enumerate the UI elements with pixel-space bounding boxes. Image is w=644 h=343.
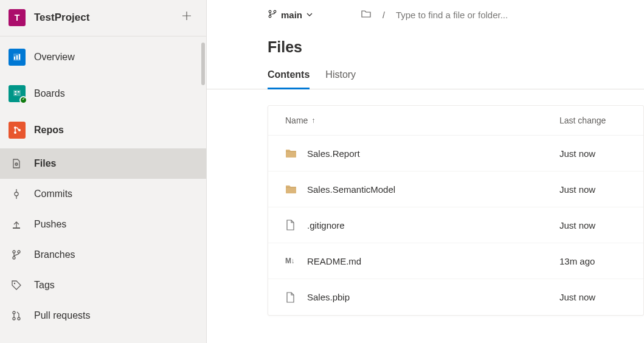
nav-repos[interactable]: Repos — [0, 112, 206, 148]
chevron-down-icon — [306, 10, 313, 20]
file-row[interactable]: Sales.SemanticModelJust now — [268, 172, 643, 207]
svg-point-21 — [13, 311, 15, 314]
tags-icon — [10, 279, 23, 292]
sub-label: Pushes — [34, 219, 66, 230]
pushes-icon — [10, 218, 23, 231]
file-row[interactable]: M↓README.md13m ago — [268, 243, 643, 279]
file-name: Sales.pbip — [307, 292, 559, 302]
svg-point-12 — [16, 164, 17, 165]
sort-asc-icon: ↑ — [311, 116, 315, 125]
file-row[interactable]: Sales.pbipJust now — [268, 279, 643, 315]
sub-branches[interactable]: Branches — [0, 240, 206, 270]
project-header: T TestProject — [0, 0, 206, 36]
svg-point-9 — [14, 131, 16, 134]
pull-requests-icon — [10, 309, 23, 322]
file-name: .gitignore — [307, 220, 559, 230]
file-change: Just now — [559, 292, 626, 302]
scrollbar[interactable] — [201, 43, 205, 85]
svg-rect-1 — [14, 57, 15, 60]
svg-point-23 — [18, 317, 20, 320]
svg-point-13 — [15, 192, 18, 196]
sub-commits[interactable]: Commits — [0, 179, 206, 209]
svg-rect-7 — [15, 94, 16, 95]
sub-files[interactable]: Files — [0, 148, 206, 179]
path-separator: / — [383, 10, 385, 20]
svg-rect-5 — [15, 91, 16, 92]
svg-rect-3 — [19, 54, 20, 60]
files-icon — [10, 157, 23, 170]
file-list: Name ↑ Last change Sales.ReportJust nowS… — [268, 105, 644, 316]
folder-root-icon[interactable] — [361, 9, 372, 21]
check-badge-icon — [19, 96, 27, 104]
svg-rect-16 — [13, 227, 20, 229]
file-change: Just now — [559, 148, 626, 159]
nav-label: Repos — [34, 125, 64, 136]
file-name: Sales.SemanticModel — [307, 184, 559, 195]
branches-icon — [10, 248, 23, 262]
path-search-input[interactable] — [396, 10, 554, 20]
nav-label: Overview — [34, 52, 75, 63]
svg-point-25 — [269, 15, 271, 18]
sub-pushes[interactable]: Pushes — [0, 209, 206, 240]
branch-icon — [268, 9, 277, 21]
col-change[interactable]: Last change — [559, 116, 626, 125]
branch-picker[interactable]: main — [268, 9, 313, 21]
file-change: 13m ago — [559, 256, 626, 266]
svg-point-24 — [269, 10, 271, 13]
sub-label: Commits — [34, 189, 72, 199]
sub-label: Pull requests — [34, 310, 91, 321]
branch-name: main — [281, 10, 302, 20]
sub-label: Files — [34, 158, 56, 169]
svg-rect-4 — [13, 90, 21, 96]
commits-icon — [10, 187, 23, 201]
folder-icon — [285, 148, 297, 158]
project-avatar: T — [9, 9, 26, 26]
sidebar: T TestProject Overview Boards — [0, 0, 207, 343]
file-icon — [285, 292, 297, 303]
col-name-label: Name — [285, 116, 308, 125]
sub-tags[interactable]: Tags — [0, 270, 206, 300]
svg-point-8 — [14, 126, 16, 129]
col-name[interactable]: Name ↑ — [285, 116, 559, 125]
file-list-header: Name ↑ Last change — [268, 106, 643, 136]
main: main / Files Contents History Name ↑ — [207, 0, 644, 343]
markdown-icon: M↓ — [285, 257, 297, 265]
repos-icon — [9, 122, 26, 139]
nav-label: Boards — [34, 88, 65, 99]
nav-overview[interactable]: Overview — [0, 39, 206, 75]
svg-point-17 — [13, 251, 15, 253]
sub-label: Tags — [34, 280, 55, 291]
add-icon[interactable] — [179, 9, 194, 26]
tab-history[interactable]: History — [325, 69, 356, 89]
file-icon — [285, 220, 297, 230]
svg-point-22 — [13, 317, 15, 320]
project-name[interactable]: TestProject — [34, 12, 179, 24]
boards-icon — [9, 85, 26, 102]
nav-boards[interactable]: Boards — [0, 75, 206, 112]
file-change: Just now — [559, 184, 626, 195]
file-name: README.md — [307, 256, 559, 266]
file-change: Just now — [559, 220, 626, 230]
tab-contents[interactable]: Contents — [268, 69, 310, 89]
breadcrumb: main / — [207, 9, 644, 27]
svg-point-19 — [18, 251, 20, 253]
file-name: Sales.Report — [307, 148, 559, 159]
svg-point-26 — [274, 10, 276, 13]
sub-label: Branches — [34, 249, 75, 260]
overview-icon — [9, 49, 26, 66]
svg-point-18 — [13, 257, 15, 259]
file-row[interactable]: Sales.ReportJust now — [268, 136, 643, 172]
svg-rect-2 — [16, 55, 18, 60]
folder-icon — [285, 184, 297, 194]
page-title: Files — [207, 27, 644, 69]
svg-rect-6 — [18, 91, 19, 92]
sub-pull-requests[interactable]: Pull requests — [0, 300, 206, 331]
svg-point-20 — [14, 283, 15, 284]
tabs: Contents History — [207, 69, 644, 89]
file-row[interactable]: .gitignoreJust now — [268, 207, 643, 243]
